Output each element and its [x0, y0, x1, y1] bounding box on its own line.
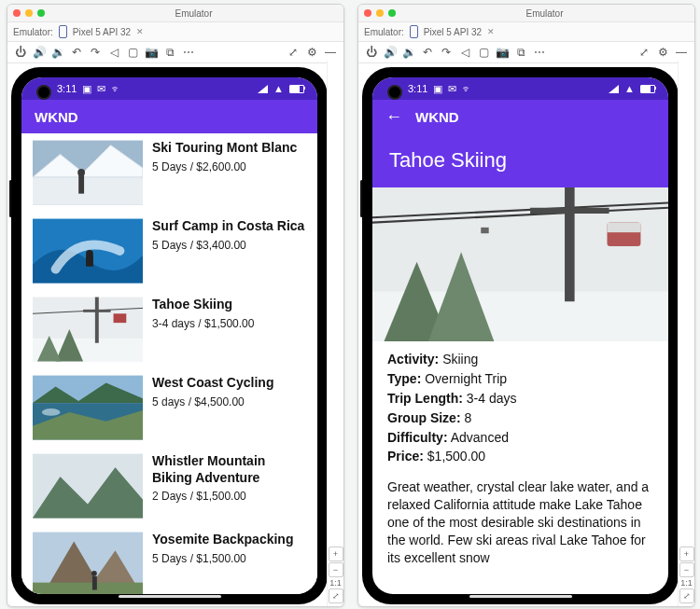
more-icon[interactable]: ⋯: [183, 47, 194, 58]
thumbnail-whistler: [33, 453, 143, 519]
emulator-window-detail: Emulator Emulator: Pixel 5 API 32 ✕ ⏻ 🔊 …: [357, 4, 695, 607]
home-indicator[interactable]: [119, 595, 221, 598]
wifi-icon: ▲: [273, 83, 284, 94]
camera-icon[interactable]: 📷: [146, 47, 157, 58]
zoom-fit-button[interactable]: ⤢: [679, 588, 694, 603]
camera-icon[interactable]: 📷: [497, 47, 508, 58]
maximize-dot[interactable]: [37, 9, 45, 17]
label-price: Price:: [387, 449, 424, 464]
status-bar: 3:11 ▣ ✉ ᯤ ▲: [372, 77, 668, 100]
volume-down-icon[interactable]: 🔉: [403, 47, 414, 58]
expand-icon[interactable]: ⤢: [638, 47, 650, 58]
volume-up-icon[interactable]: 🔊: [385, 47, 396, 58]
svg-rect-28: [33, 583, 143, 594]
window-titlebar: Emulator: [7, 5, 343, 22]
svg-rect-4: [78, 175, 84, 194]
snapshot-icon[interactable]: ⧉: [164, 47, 175, 58]
item-subtitle: 3-4 days / $1,500.00: [152, 317, 254, 330]
expand-icon[interactable]: ⤢: [287, 47, 299, 58]
item-title: Tahoe Skiing: [152, 297, 254, 313]
power-icon[interactable]: ⏻: [15, 47, 26, 58]
svg-rect-8: [86, 256, 93, 267]
zoom-fit-button[interactable]: ⤢: [329, 588, 343, 603]
zoom-ratio: 1:1: [329, 578, 342, 588]
thumbnail-mont-blanc: [33, 140, 143, 205]
list-item[interactable]: West Coast Cycling 5 days / $4,500.00: [21, 368, 317, 447]
minimize-dot[interactable]: [376, 9, 384, 17]
home-indicator[interactable]: [469, 595, 572, 598]
minimize-icon[interactable]: —: [325, 47, 336, 58]
emulator-label: Emulator:: [13, 27, 53, 37]
device-tab[interactable]: Pixel 5 API 32: [424, 27, 482, 37]
rotate-left-icon[interactable]: ↶: [71, 47, 82, 58]
device-frame: 3:11 ▣ ✉ ᯤ ▲ ← WKND Tahoe Skiing: [363, 68, 678, 603]
label-activity: Activity:: [387, 352, 439, 367]
home-icon[interactable]: ▢: [478, 47, 489, 58]
more-icon[interactable]: ⋯: [534, 47, 545, 58]
svg-rect-1: [33, 177, 143, 204]
window-titlebar: Emulator: [358, 5, 694, 22]
front-camera: [387, 85, 402, 100]
thumbnail-cycling: [33, 375, 143, 440]
zoom-in-button[interactable]: +: [679, 547, 694, 561]
list-item[interactable]: Whistler Mountain Biking Adventure 2 Day…: [21, 447, 317, 525]
rotate-left-icon[interactable]: ↶: [422, 47, 433, 58]
value-type: Overnight Trip: [425, 371, 507, 386]
tab-close-icon[interactable]: ✕: [487, 27, 495, 36]
settings-icon[interactable]: ⚙: [657, 47, 668, 58]
signal-icon: [258, 85, 268, 93]
value-activity: Skiing: [442, 352, 478, 367]
power-icon[interactable]: ⏻: [366, 47, 377, 58]
emulator-toolbar: ⏻ 🔊 🔉 ↶ ↷ ◁ ▢ 📷 ⧉ ⋯ ⤢ ⚙ —: [7, 42, 343, 63]
list-item[interactable]: Yosemite Backpacking 5 Days / $1,500.00: [21, 525, 317, 594]
status-icon: ▣: [433, 83, 442, 95]
app-bar: ← WKND: [372, 100, 668, 133]
detail-hero-title: Tahoe Skiing: [372, 133, 668, 187]
item-title: Ski Touring Mont Blanc: [152, 140, 297, 157]
front-camera: [36, 85, 51, 100]
app-title: WKND: [35, 109, 78, 125]
minimize-icon[interactable]: —: [676, 47, 687, 58]
app-title: WKND: [415, 109, 459, 125]
item-title: Whistler Mountain Biking Adventure: [152, 453, 306, 486]
volume-up-icon[interactable]: 🔊: [34, 47, 45, 58]
zoom-gutter: + − 1:1 ⤢: [678, 61, 694, 606]
detail-body[interactable]: Activity: Skiing Type: Overnight Trip Tr…: [372, 341, 668, 578]
back-arrow-icon[interactable]: ←: [385, 108, 402, 125]
zoom-in-button[interactable]: +: [329, 547, 343, 561]
snapshot-icon[interactable]: ⧉: [515, 47, 526, 58]
item-title: Yosemite Backpacking: [152, 532, 293, 548]
zoom-out-button[interactable]: −: [679, 562, 694, 577]
maximize-dot[interactable]: [388, 9, 396, 17]
svg-point-5: [77, 169, 85, 176]
signal-icon: [609, 85, 619, 93]
label-type: Type:: [387, 371, 421, 386]
svg-rect-16: [114, 313, 127, 323]
adventure-list[interactable]: Ski Touring Mont Blanc 5 Days / $2,600.0…: [21, 133, 317, 594]
close-dot[interactable]: [364, 9, 371, 17]
status-time: 3:11: [408, 83, 427, 94]
list-item[interactable]: Tahoe Skiing 3-4 days / $1,500.00: [21, 290, 317, 368]
back-icon[interactable]: ◁: [459, 47, 470, 58]
emulator-tabbar: Emulator: Pixel 5 API 32 ✕: [358, 22, 694, 42]
minimize-dot[interactable]: [25, 9, 33, 17]
thumbnail-surf: [33, 218, 143, 284]
home-icon[interactable]: ▢: [127, 47, 138, 58]
back-icon[interactable]: ◁: [108, 47, 119, 58]
status-icon: ᯤ: [462, 83, 472, 94]
close-dot[interactable]: [13, 9, 21, 17]
rotate-right-icon[interactable]: ↷: [90, 47, 101, 58]
app-bar: WKND: [21, 100, 317, 133]
volume-down-icon[interactable]: 🔉: [52, 47, 63, 58]
thumbnail-tahoe: [33, 297, 143, 362]
detail-hero-image: [372, 187, 668, 341]
settings-icon[interactable]: ⚙: [306, 47, 317, 58]
device-tab[interactable]: Pixel 5 API 32: [73, 27, 131, 37]
list-item[interactable]: Surf Camp in Costa Rica 5 Days / $3,400.…: [21, 212, 317, 290]
value-difficulty: Advanced: [451, 430, 509, 445]
list-item[interactable]: Ski Touring Mont Blanc 5 Days / $2,600.0…: [21, 133, 317, 212]
tab-close-icon[interactable]: ✕: [136, 27, 144, 36]
rotate-right-icon[interactable]: ↷: [441, 47, 452, 58]
thumbnail-yosemite: [33, 532, 143, 594]
zoom-out-button[interactable]: −: [329, 562, 343, 577]
